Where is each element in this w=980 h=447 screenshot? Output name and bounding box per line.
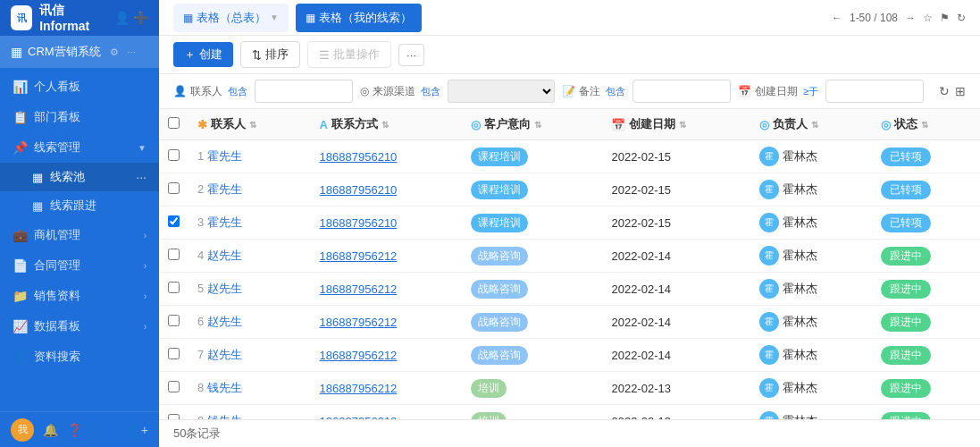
cell-num: 5 赵先生	[188, 273, 311, 306]
sidebar-item-data-board[interactable]: 📈 数据看板 ›	[0, 311, 159, 342]
sidebar-item-lead-pool[interactable]: ▦ 线索池 ···	[0, 163, 159, 191]
crm-icon: ▦	[11, 45, 22, 59]
cell-contact[interactable]: 赵先生	[207, 348, 242, 361]
nav-next-icon[interactable]: →	[905, 12, 916, 24]
row-checkbox[interactable]	[168, 249, 180, 260]
owner-avatar: 霍	[759, 246, 779, 266]
flag-icon[interactable]: ⚑	[940, 12, 950, 24]
tab-all[interactable]: ▦ 表格（总表） ▼	[173, 4, 289, 32]
add-user-icon[interactable]: ➕	[133, 11, 148, 25]
row-checkbox[interactable]	[168, 282, 180, 293]
sort-button[interactable]: ⇅ 排序	[240, 41, 300, 68]
contact-sort-icon[interactable]: ⇅	[249, 120, 256, 130]
filter-refresh-icon[interactable]: ↻	[939, 84, 950, 98]
user-icon[interactable]: 👤	[114, 11, 130, 25]
cell-status: 跟进中	[872, 306, 980, 339]
cell-contact[interactable]: 霍先生	[207, 149, 242, 163]
crm-settings-icon[interactable]: ⚙	[110, 46, 119, 58]
phone-number[interactable]: 186887956210	[320, 150, 398, 164]
cell-created: 2022-02-13	[602, 405, 750, 420]
tab-all-dropdown-icon[interactable]: ▼	[270, 13, 279, 22]
batch-button[interactable]: ☰ 批量操作	[307, 41, 391, 68]
row-checkbox[interactable]	[168, 381, 180, 392]
user-avatar[interactable]: 我	[11, 418, 34, 442]
more-button[interactable]: ···	[398, 44, 424, 66]
sidebar-header: 讯 讯信 Informat 👤 ➕	[0, 0, 159, 36]
filter-remark-input[interactable]	[632, 80, 731, 103]
create-button[interactable]: ＋ 创建	[173, 42, 233, 67]
row-checkbox[interactable]	[168, 215, 180, 227]
sidebar-item-personal[interactable]: 📊 个人看板	[0, 72, 159, 102]
row-checkbox-cell	[159, 207, 188, 240]
cell-intent: 培训	[462, 405, 602, 420]
table-header-row: ✱ 联系人 ⇅ A 联系方式 ⇅ ◎	[159, 109, 980, 140]
header-owner: ◎ 负责人 ⇅	[750, 109, 873, 140]
sidebar-item-lead-mgmt[interactable]: 📌 线索管理 ▼	[0, 132, 159, 163]
refresh-icon[interactable]: ↻	[957, 12, 966, 24]
nav-prev-icon[interactable]: ←	[832, 12, 842, 24]
tab-mine[interactable]: ▦ 表格（我的线索）	[296, 4, 422, 32]
row-checkbox[interactable]	[168, 315, 180, 326]
phone-number[interactable]: 186887956212	[320, 316, 398, 329]
sidebar-item-resource[interactable]: 👤 资料搜索	[0, 342, 159, 372]
main-content: ▦ 表格（总表） ▼ ▦ 表格（我的线索） ← 1-50 / 108 → ☆ ⚑…	[159, 0, 980, 447]
cell-intent: 战略咨询	[462, 240, 602, 273]
cell-created: 2022-02-15	[602, 140, 750, 173]
filter-remark-icon: 📝	[562, 85, 575, 97]
cell-owner: 霍 霍林杰	[750, 173, 873, 207]
cell-contact[interactable]: 霍先生	[207, 215, 242, 229]
help-icon[interactable]: ❓	[67, 423, 82, 437]
table-row: 5 赵先生 186887956212 战略咨询 2022-02-14 霍 霍林杰…	[159, 273, 980, 306]
status-sort-icon[interactable]: ⇅	[921, 120, 928, 130]
sidebar-item-sales[interactable]: 📁 销售资料 ›	[0, 281, 159, 311]
filter-date-icon: 📅	[738, 85, 751, 97]
status-badge: 跟进中	[881, 346, 931, 365]
top-bar: ▦ 表格（总表） ▼ ▦ 表格（我的线索） ← 1-50 / 108 → ☆ ⚑…	[159, 0, 980, 36]
phone-number[interactable]: 186887956212	[320, 382, 398, 395]
table-container: ✱ 联系人 ⇅ A 联系方式 ⇅ ◎	[159, 109, 980, 419]
cell-intent: 课程培训	[462, 140, 602, 173]
cell-owner: 霍 霍林杰	[750, 273, 873, 306]
created-sort-icon[interactable]: ⇅	[679, 120, 686, 130]
star-icon[interactable]: ☆	[923, 12, 933, 24]
cell-intent: 战略咨询	[462, 306, 602, 339]
phone-sort-icon[interactable]: ⇅	[381, 120, 389, 130]
filter-settings-icon[interactable]: ⊞	[955, 84, 966, 98]
sidebar-item-contract[interactable]: 📄 合同管理 ›	[0, 250, 159, 281]
header-created: 📅 创建日期 ⇅	[602, 109, 750, 140]
phone-number[interactable]: 186887956212	[320, 349, 398, 362]
add-contact-icon[interactable]: 👤+	[126, 423, 148, 437]
phone-number[interactable]: 186887956210	[320, 216, 398, 230]
cell-contact[interactable]: 赵先生	[207, 249, 242, 262]
sidebar-item-lead-follow[interactable]: ▦ 线索跟进	[0, 191, 159, 220]
cell-phone: 186887956210	[311, 207, 463, 240]
filter-contact-input[interactable]	[255, 80, 353, 103]
notification-icon[interactable]: 🔔	[43, 423, 58, 437]
phone-number[interactable]: 186887956210	[320, 183, 398, 197]
filter-source-select[interactable]	[448, 80, 555, 103]
crm-system-label[interactable]: ▦ CRM营销系统 ⚙ ···	[0, 36, 159, 68]
phone-number[interactable]: 186887956212	[320, 283, 398, 296]
sidebar-label-resource: 资料搜索	[34, 349, 80, 365]
lead-pool-more-icon[interactable]: ···	[136, 170, 147, 184]
intent-sort-icon[interactable]: ⇅	[534, 120, 541, 130]
row-checkbox[interactable]	[168, 348, 180, 359]
cell-contact[interactable]: 钱先生	[207, 381, 242, 394]
owner-col-icon: ◎	[759, 118, 769, 131]
filter-date-input[interactable]	[825, 80, 924, 103]
phone-number[interactable]: 186887956212	[320, 249, 398, 263]
owner-cell: 霍 霍林杰	[759, 213, 864, 232]
owner-name: 霍林杰	[783, 380, 817, 396]
cell-contact[interactable]: 赵先生	[207, 282, 242, 295]
cell-contact[interactable]: 霍先生	[207, 182, 242, 196]
owner-sort-icon[interactable]: ⇅	[811, 120, 818, 130]
header-checkbox[interactable]	[168, 117, 180, 129]
crm-menu-icon[interactable]: ···	[128, 46, 136, 57]
cell-owner: 霍 霍林杰	[750, 240, 873, 273]
row-checkbox[interactable]	[168, 149, 180, 161]
cell-contact[interactable]: 赵先生	[207, 315, 242, 328]
row-checkbox[interactable]	[168, 182, 180, 194]
sidebar-item-biz-mgmt[interactable]: 💼 商机管理 ›	[0, 220, 159, 250]
cell-created: 2022-02-14	[602, 306, 750, 339]
sidebar-item-department[interactable]: 📋 部门看板	[0, 102, 159, 132]
